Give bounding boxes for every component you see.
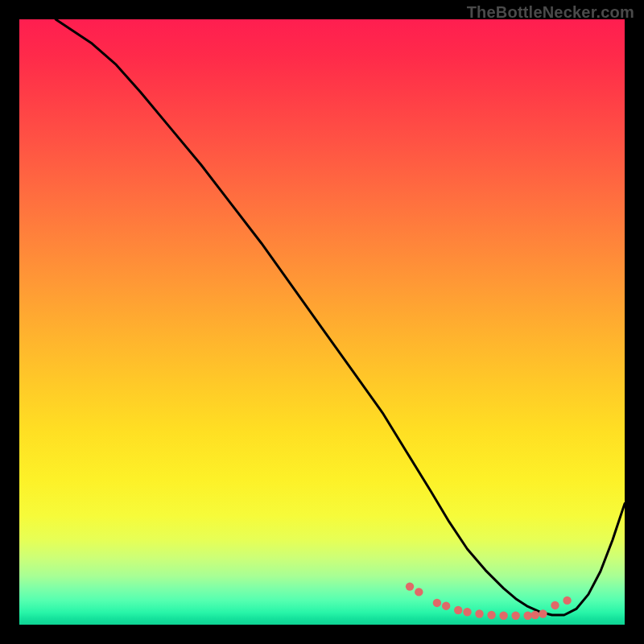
optimal-marker [433, 599, 441, 607]
optimal-marker [523, 612, 531, 620]
optimal-marker [511, 612, 519, 620]
optimal-marker [563, 597, 571, 605]
bottleneck-curve [56, 19, 625, 615]
plot-svg [19, 19, 625, 625]
optimal-marker [539, 609, 547, 617]
optimal-marker [454, 606, 462, 614]
optimal-marker [531, 611, 539, 619]
optimal-marker [499, 612, 507, 620]
plot-area [19, 19, 625, 625]
optimal-range-markers [406, 582, 572, 620]
optimal-marker [551, 601, 559, 609]
optimal-marker [442, 601, 450, 609]
chart-stage: TheBottleNecker.com [0, 0, 644, 644]
optimal-marker [415, 588, 423, 596]
optimal-marker [487, 611, 495, 619]
optimal-marker [463, 608, 471, 616]
optimal-marker [406, 582, 414, 590]
optimal-marker [475, 609, 483, 617]
